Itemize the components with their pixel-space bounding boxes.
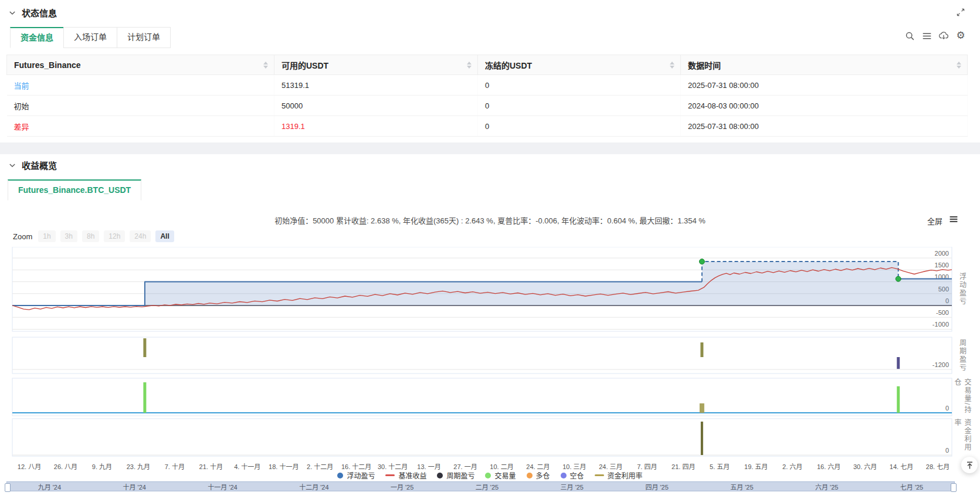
panel-frame-3 bbox=[12, 378, 952, 416]
fullscreen-icon[interactable] bbox=[956, 8, 965, 17]
legend-line-marker bbox=[385, 474, 395, 476]
x-tick-label: 9. 九月 bbox=[92, 461, 112, 471]
cell: 2025-07-31 08:00:00 bbox=[681, 75, 968, 96]
sort-icon[interactable] bbox=[467, 62, 472, 69]
column-label: 可用的USDT bbox=[282, 59, 328, 71]
legend-item-周期盈亏[interactable]: 周期盈亏 bbox=[437, 470, 474, 480]
performance-chart: 2000150010005000-500-1000-120000 12. 八月2… bbox=[0, 247, 980, 499]
row-label-cell: 当前 bbox=[7, 75, 274, 96]
zoom-option-24h[interactable]: 24h bbox=[130, 230, 151, 242]
x-tick-label: 24. 二月 bbox=[526, 461, 550, 471]
menu-icon[interactable] bbox=[921, 30, 932, 41]
funds-table: Futures_Binance可用的USDT冻结的USDT数据时间 当前5131… bbox=[6, 55, 968, 137]
sort-icon[interactable] bbox=[263, 62, 268, 69]
cloud-download-icon[interactable] bbox=[938, 30, 949, 41]
column-header-1[interactable]: Futures_Binance bbox=[7, 55, 274, 75]
profit-overview-section: 收益概览 Futures_Binance.BTC_USDT 初始净值：50000… bbox=[0, 154, 980, 499]
cell-value: 2024-08-03 00:00:00 bbox=[688, 101, 759, 110]
status-tab-3[interactable]: 计划订单 bbox=[117, 27, 171, 48]
navigator-month-label: 六月 '25 bbox=[815, 482, 838, 491]
column-header-inner: 冻结的USDT bbox=[478, 59, 680, 71]
column-header-inner: 可用的USDT bbox=[274, 59, 477, 71]
legend-item-浮动盈亏[interactable]: 浮动盈亏 bbox=[337, 470, 375, 480]
x-tick-label: 30. 十二月 bbox=[378, 461, 408, 471]
settings-gear-icon[interactable]: ⚙ bbox=[955, 30, 966, 41]
zoom-option-All[interactable]: All bbox=[155, 230, 174, 242]
collapse-status-icon[interactable] bbox=[8, 9, 16, 17]
navigator-month-label: 五月 '25 bbox=[730, 482, 753, 491]
panel-axis-title-2: 周期盈亏 bbox=[957, 337, 968, 374]
cell: 50000 bbox=[274, 96, 478, 116]
zoom-option-8h[interactable]: 8h bbox=[82, 230, 99, 242]
cell: 51319.1 bbox=[274, 75, 478, 96]
search-icon[interactable] bbox=[904, 30, 915, 41]
chart-navigator[interactable]: 九月 '24十月 '24十一月 '24十二月 '24一月 '25二月 '25三月… bbox=[6, 481, 955, 491]
cell-value: 0 bbox=[485, 101, 489, 110]
panel-axis-title-3: 交易量/持仓 bbox=[957, 378, 968, 416]
x-tick-label: 26. 八月 bbox=[54, 461, 77, 471]
zoom-label: Zoom bbox=[13, 232, 32, 241]
x-tick-label: 18. 十一月 bbox=[269, 461, 299, 471]
x-tick-label: 19. 五月 bbox=[744, 461, 768, 471]
status-tab-2[interactable]: 入场订单 bbox=[63, 27, 117, 48]
navigator-month-label: 一月 '25 bbox=[391, 482, 413, 491]
chart-menu-icon[interactable] bbox=[949, 214, 958, 223]
y-axis-label: -1000 bbox=[932, 321, 949, 328]
zoom-controls: Zoom 1h3h8h12h24hAll bbox=[13, 230, 174, 242]
event-marker bbox=[699, 259, 704, 264]
tab-symbol[interactable]: Futures_Binance.BTC_USDT bbox=[8, 179, 141, 201]
sort-desc-caret bbox=[467, 66, 472, 69]
y-axis-label: -500 bbox=[936, 309, 949, 316]
back-to-top-button[interactable] bbox=[961, 457, 978, 473]
zoom-option-1h[interactable]: 1h bbox=[38, 230, 55, 242]
legend-label: 周期盈亏 bbox=[446, 470, 474, 480]
navigator-month-label: 十一月 '24 bbox=[208, 482, 237, 491]
bar bbox=[897, 386, 900, 413]
column-header-inner: 数据时间 bbox=[681, 59, 967, 71]
x-tick-label: 27. 一月 bbox=[453, 461, 477, 471]
legend-line-marker bbox=[595, 474, 604, 476]
row-label[interactable]: 当前 bbox=[14, 82, 29, 90]
legend-item-交易量[interactable]: 交易量 bbox=[485, 470, 516, 480]
x-tick-label: 23. 九月 bbox=[127, 461, 150, 471]
navigator-left-handle[interactable] bbox=[5, 483, 11, 492]
cell: 0 bbox=[478, 96, 681, 116]
sort-desc-caret bbox=[670, 66, 674, 69]
x-tick-label: 7. 四月 bbox=[637, 461, 657, 471]
profit-section-header: 收益概览 bbox=[8, 159, 57, 171]
navigator-right-handle[interactable] bbox=[951, 483, 957, 492]
column-header-4[interactable]: 数据时间 bbox=[681, 55, 968, 75]
row-label: 差异 bbox=[14, 123, 29, 131]
y-axis-label: 0 bbox=[945, 447, 949, 454]
sort-asc-caret bbox=[670, 62, 674, 65]
legend-dot-marker bbox=[485, 473, 491, 478]
chart-fullscreen-button[interactable]: 全屏 bbox=[927, 215, 942, 226]
y-axis-label: -1200 bbox=[932, 361, 949, 368]
cell: 1319.1 bbox=[274, 116, 478, 137]
table-row: 当前51319.102025-07-31 08:00:00 bbox=[7, 75, 968, 96]
x-tick-label: 7. 十月 bbox=[165, 461, 185, 471]
status-section-header: 状态信息 bbox=[8, 6, 57, 19]
column-header-2[interactable]: 可用的USDT bbox=[274, 55, 478, 75]
legend-item-基准收益[interactable]: 基准收益 bbox=[385, 470, 426, 480]
performance-stats: 初始净值：50000 累计收益: 2.638 %, 年化收益(365天) : 2… bbox=[0, 215, 980, 226]
legend-item-多仓[interactable]: 多仓 bbox=[527, 470, 550, 480]
x-tick-label: 12. 八月 bbox=[18, 461, 41, 471]
table-toolbar: ⚙ bbox=[904, 30, 966, 41]
sort-icon[interactable] bbox=[670, 62, 674, 69]
collapse-profit-icon[interactable] bbox=[8, 161, 16, 169]
cell: 2025-07-31 08:00:00 bbox=[681, 116, 968, 137]
column-header-3[interactable]: 冻结的USDT bbox=[478, 55, 681, 75]
sort-icon[interactable] bbox=[957, 62, 961, 69]
row-label: 初始 bbox=[14, 102, 29, 111]
x-tick-label: 4. 十一月 bbox=[234, 461, 260, 471]
status-tab-1[interactable]: 资金信息 bbox=[10, 27, 64, 48]
legend-item-资金利用率[interactable]: 资金利用率 bbox=[595, 470, 643, 480]
y-axis-label: 2000 bbox=[935, 250, 949, 257]
bar bbox=[700, 342, 703, 357]
funds-table-body: 当前51319.102025-07-31 08:00:00初始500000202… bbox=[7, 75, 968, 137]
zoom-option-12h[interactable]: 12h bbox=[104, 230, 125, 242]
profit-section-title: 收益概览 bbox=[22, 159, 57, 171]
legend-item-空仓[interactable]: 空仓 bbox=[561, 470, 584, 480]
zoom-option-3h[interactable]: 3h bbox=[60, 230, 77, 242]
